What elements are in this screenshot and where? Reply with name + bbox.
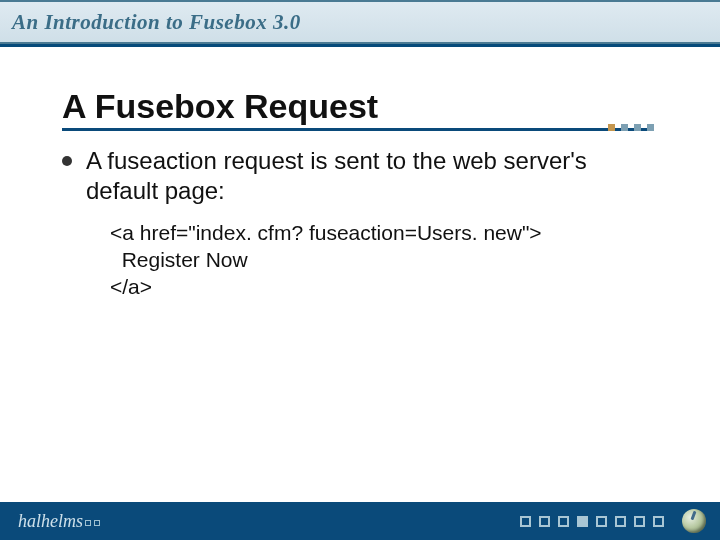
- presentation-title: An Introduction to Fusebox 3.0: [12, 10, 301, 35]
- brand-mark-icon: [94, 520, 100, 526]
- brand-logo: halhelms: [18, 511, 101, 532]
- slide: An Introduction to Fusebox 3.0 A Fusebox…: [0, 0, 720, 540]
- header-underline: [0, 44, 720, 47]
- square-icon: [520, 516, 531, 527]
- globe-icon: [682, 509, 706, 533]
- square-icon: [634, 516, 645, 527]
- brand-text: halhelms: [18, 511, 83, 532]
- bullet-icon: [62, 156, 72, 166]
- square-group: [520, 516, 664, 527]
- square-icon: [596, 516, 607, 527]
- bullet-text: A fuseaction request is sent to the web …: [86, 146, 660, 206]
- title-block: A Fusebox Request: [62, 87, 720, 131]
- accent-dot: [621, 124, 628, 131]
- title-accent-dots: [608, 124, 654, 131]
- slide-body: A fuseaction request is sent to the web …: [62, 146, 660, 301]
- code-example: <a href="index. cfm? fuseaction=Users. n…: [110, 220, 660, 301]
- slide-title: A Fusebox Request: [62, 87, 720, 126]
- brand-mark-icon: [85, 520, 91, 526]
- square-icon: [558, 516, 569, 527]
- square-icon: [653, 516, 664, 527]
- accent-dot: [634, 124, 641, 131]
- square-icon: [577, 516, 588, 527]
- footer-bar: halhelms: [0, 502, 720, 540]
- accent-dot: [647, 124, 654, 131]
- square-icon: [539, 516, 550, 527]
- header-bar: An Introduction to Fusebox 3.0: [0, 0, 720, 44]
- accent-dot: [608, 124, 615, 131]
- bullet-item: A fuseaction request is sent to the web …: [62, 146, 660, 206]
- title-underline: [62, 128, 652, 131]
- footer-decoration: [520, 509, 706, 533]
- square-icon: [615, 516, 626, 527]
